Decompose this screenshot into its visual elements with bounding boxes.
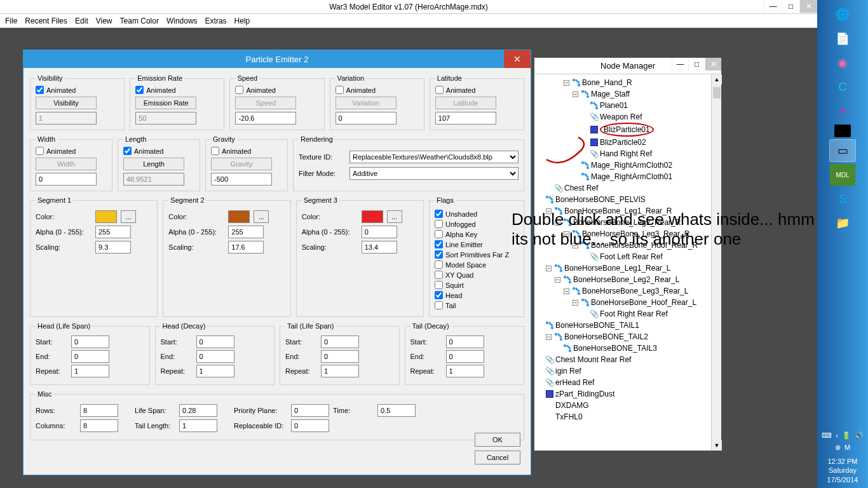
segment-2-color-swatch[interactable] <box>228 210 250 223</box>
minimize-button[interactable]: — <box>764 0 782 13</box>
expand-toggle[interactable]: − <box>546 266 552 271</box>
tree-item[interactable]: Plane01 <box>537 100 719 111</box>
taskbar-app1-icon[interactable]: C <box>830 76 855 98</box>
tray-chevron-icon[interactable]: ‹ <box>836 431 838 440</box>
expand-toggle[interactable]: − <box>555 220 560 226</box>
life-0-repeat-input[interactable] <box>71 365 109 377</box>
menu-recent[interactable]: Recent Files <box>25 17 67 25</box>
time-input[interactable] <box>377 404 416 417</box>
speed-animated-checkbox[interactable] <box>235 86 243 94</box>
menu-view[interactable]: View <box>96 17 112 25</box>
taskbar-explorer-icon[interactable]: 📁 <box>830 212 855 234</box>
flag-unfogged-checkbox[interactable] <box>435 220 443 228</box>
flag-tail-checkbox[interactable] <box>435 301 443 309</box>
nm-close-button[interactable]: ✕ <box>705 58 721 71</box>
visibility-button[interactable]: Visibility <box>36 97 97 109</box>
taskbar-modeleditor-icon[interactable]: ▭ <box>830 140 855 161</box>
flag-xy-quad-checkbox[interactable] <box>435 271 443 279</box>
scroll-thumb[interactable] <box>713 87 721 98</box>
dialog-close-button[interactable]: ✕ <box>504 50 531 68</box>
segment-3-alpha-input[interactable] <box>362 226 397 238</box>
tree-item[interactable]: BlizParticle01 <box>537 123 719 137</box>
tree-item[interactable]: TxFHL0 <box>537 411 719 423</box>
menu-teamcolor[interactable]: Team Color <box>120 17 159 25</box>
taskbar-skype-icon[interactable]: S <box>830 188 855 210</box>
cancel-button[interactable]: Cancel <box>475 451 520 464</box>
expand-toggle[interactable]: − <box>573 92 578 97</box>
expand-toggle[interactable]: − <box>546 334 552 340</box>
width-input[interactable] <box>36 173 97 186</box>
tree-item[interactable]: BoneHorseBONE_PELVIS <box>537 194 719 205</box>
flag-alpha-key-checkbox[interactable] <box>435 230 443 238</box>
expand-toggle[interactable]: − <box>555 277 560 283</box>
tree-item[interactable]: BlizParticle02 <box>537 137 719 148</box>
taillen-input[interactable] <box>179 419 217 432</box>
texture-id-select[interactable]: ReplaceableTextures\Weather\Clouds8x8.bl… <box>349 151 519 163</box>
life-2-repeat-input[interactable] <box>321 365 359 377</box>
scroll-down-icon[interactable]: ▼ <box>712 440 722 451</box>
expand-toggle[interactable]: − <box>546 208 552 214</box>
flag-head-checkbox[interactable] <box>435 291 443 299</box>
tray-battery-icon[interactable]: 🔋 <box>842 431 851 440</box>
tree-item[interactable]: −BoneHorseBone_Leg2_Rear_R <box>537 217 719 228</box>
lifespan-input[interactable] <box>179 404 217 417</box>
maximize-button[interactable]: □ <box>782 0 799 13</box>
replid-input[interactable] <box>291 419 329 432</box>
flag-squirt-checkbox[interactable] <box>435 281 443 289</box>
segment-3-color-swatch[interactable] <box>362 210 383 223</box>
taskbar-chrome-icon[interactable]: 🌐 <box>830 4 855 25</box>
life-1-end-input[interactable] <box>196 350 234 363</box>
cols-input[interactable] <box>80 419 118 432</box>
tray-keyboard-icon[interactable]: ⌨ <box>822 431 832 440</box>
tree-item[interactable]: 📎erHead Ref <box>537 377 719 388</box>
tree-item[interactable]: 📎Chest Mount Rear Ref <box>537 354 719 365</box>
flag-sort-primitives-far-z-checkbox[interactable] <box>435 250 443 259</box>
tree-item[interactable]: −BoneHorseBone_Leg3_Rear_R <box>537 228 719 240</box>
taskbar-mdl-icon[interactable]: MDL <box>830 164 855 186</box>
tray-lang-icon[interactable]: M <box>844 444 850 452</box>
segment-2-scaling-input[interactable] <box>228 241 264 254</box>
tree-item[interactable]: 📎Foot Left Rear Ref <box>537 251 719 262</box>
taskbar-app3-icon[interactable] <box>834 125 851 137</box>
life-1-start-input[interactable] <box>196 336 234 348</box>
tray-volume-icon[interactable]: 🔊 <box>855 431 864 440</box>
width-animated-checkbox[interactable] <box>36 147 44 155</box>
node-manager-titlebar[interactable]: Node Manager — □ ✕ <box>534 58 721 74</box>
taskbar-app2-icon[interactable]: ✦ <box>830 100 855 122</box>
segment-1-alpha-input[interactable] <box>95 226 131 238</box>
segment-1-color-more-button[interactable]: ... <box>121 210 136 223</box>
gravity-animated-checkbox[interactable] <box>211 147 219 155</box>
tree-item[interactable]: −BoneHorseBone_Leg2_Rear_L <box>537 274 719 285</box>
tree-item[interactable]: 📎Chest Ref <box>537 182 719 194</box>
expand-toggle[interactable]: − <box>564 80 569 86</box>
emission-button[interactable]: Emission Rate <box>135 97 196 109</box>
nm-minimize-button[interactable]: — <box>672 58 688 71</box>
tree-item[interactable]: Mage_RightArmCloth01 <box>537 171 719 182</box>
length-animated-checkbox[interactable] <box>123 147 132 155</box>
tree-item[interactable]: 📎Weapon Ref <box>537 111 719 123</box>
tree-item[interactable]: −BoneHorseBone_Leg3_Rear_L <box>537 285 719 297</box>
life-3-repeat-input[interactable] <box>446 365 484 377</box>
rows-input[interactable] <box>80 404 118 417</box>
expand-toggle[interactable]: − <box>564 288 569 294</box>
menu-edit[interactable]: Edit <box>75 17 88 25</box>
tree-item[interactable]: −BoneHorseBone_Hoof_Rear_L <box>537 297 719 308</box>
segment-3-color-more-button[interactable]: ... <box>387 210 402 223</box>
tree-item[interactable]: −Bone_Hand_R <box>537 77 719 88</box>
node-tree[interactable]: −Bone_Hand_R−Mage_StaffPlane01📎Weapon Re… <box>534 74 721 443</box>
flag-line-emitter-checkbox[interactable] <box>435 240 443 248</box>
speed-input[interactable] <box>235 112 296 125</box>
life-2-start-input[interactable] <box>321 336 359 348</box>
segment-2-alpha-input[interactable] <box>228 226 264 238</box>
menu-help[interactable]: Help <box>234 17 250 25</box>
filter-mode-select[interactable]: Additive <box>349 167 519 180</box>
tree-item[interactable]: BoneHorseBONE_TAIL3 <box>537 342 719 354</box>
latitude-animated-checkbox[interactable] <box>435 86 444 94</box>
tree-item[interactable]: zPart_RidingDust <box>537 388 719 400</box>
expand-toggle[interactable]: − <box>573 300 578 306</box>
tree-item[interactable]: DXDAMG <box>537 400 719 411</box>
tree-item[interactable]: 📎Foot Right Rear Ref <box>537 308 719 320</box>
tree-item[interactable]: 📎Hand Right Ref <box>537 148 719 159</box>
dialog-titlebar[interactable]: Particle Emitter 2 ✕ <box>24 50 531 68</box>
priority-input[interactable] <box>291 404 329 417</box>
